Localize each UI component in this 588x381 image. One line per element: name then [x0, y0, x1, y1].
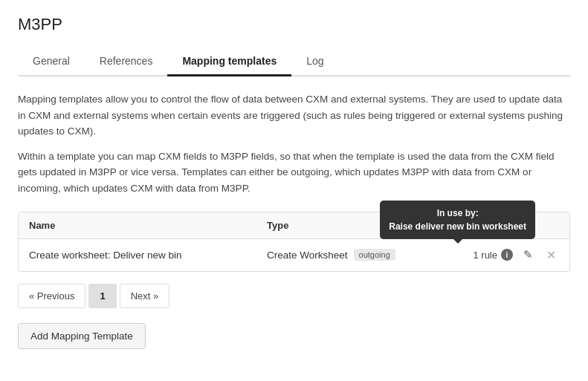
col-header-type: Type [267, 220, 455, 231]
tab-log[interactable]: Log [291, 48, 338, 76]
info-icon[interactable]: i In use by: Raise deliver new bin works… [501, 249, 513, 261]
row-name: Create worksheet: Deliver new bin [29, 250, 267, 261]
next-button[interactable]: Next » [120, 284, 170, 308]
description-section: Mapping templates allow you to control t… [18, 91, 570, 197]
mapping-templates-table: Name Type Create worksheet: Deliver new … [18, 212, 570, 272]
delete-icon: ✕ [546, 249, 556, 261]
rules-count-label: 1 rule [473, 250, 497, 261]
tab-general[interactable]: General [18, 48, 85, 76]
row-type: Create Worksheet outgoing [267, 249, 455, 261]
table-header-row: Name Type [19, 212, 569, 239]
tab-mapping-templates[interactable]: Mapping templates [167, 48, 291, 76]
tabs-bar: General References Mapping templates Log [18, 48, 570, 76]
col-header-name: Name [29, 220, 267, 231]
description-para2: Within a template you can map CXM fields… [18, 149, 570, 197]
row-type-badge: outgoing [354, 249, 395, 261]
edit-button[interactable]: ✎ [520, 247, 536, 263]
tab-references[interactable]: References [85, 48, 168, 76]
delete-button[interactable]: ✕ [543, 247, 559, 264]
row-actions: 1 rule i In use by: Raise deliver new bi… [455, 247, 559, 264]
description-para1: Mapping templates allow you to control t… [18, 91, 570, 140]
add-mapping-template-button[interactable]: Add Mapping Template [18, 323, 146, 349]
prev-button[interactable]: « Previous [18, 284, 85, 308]
page-1-button[interactable]: 1 [88, 284, 116, 308]
row-type-label: Create Worksheet [267, 250, 348, 261]
pagination: « Previous 1 Next » [18, 284, 570, 308]
rules-info: 1 rule i In use by: Raise deliver new bi… [473, 249, 513, 261]
edit-icon: ✎ [523, 248, 533, 261]
page-title: M3PP [18, 15, 570, 34]
table-row: Create worksheet: Deliver new bin Create… [19, 239, 569, 271]
